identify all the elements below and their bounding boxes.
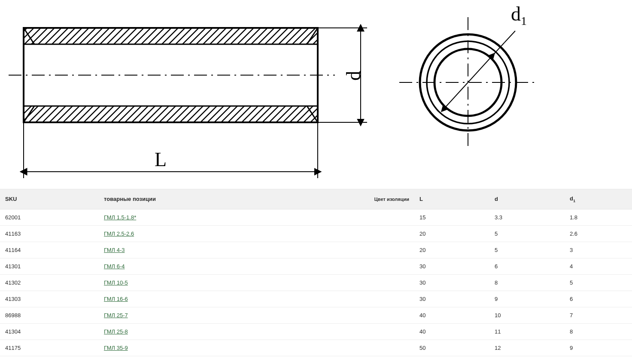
table-row: 41175ГМЛ 35-950129 — [0, 340, 632, 356]
cell-name: ГМЛ 16-6 — [99, 291, 414, 307]
dimension-label-L: L — [155, 148, 167, 171]
product-link[interactable]: ГМЛ 6-4 — [104, 263, 125, 270]
cell-d1: 5 — [565, 274, 632, 291]
cell-d1: 2.6 — [565, 225, 632, 242]
cell-L: 50 — [414, 340, 489, 356]
table-row: 41304ГМЛ 25-840118 — [0, 323, 632, 340]
product-link[interactable]: ГМЛ 25-7 — [104, 312, 128, 318]
cell-d1: 3 — [565, 242, 632, 258]
cell-d: 5 — [489, 242, 565, 258]
cell-name: ГМЛ 25-8 — [99, 323, 414, 340]
cell-name: ГМЛ 1.5-1.8* — [99, 209, 414, 225]
cell-d1: 1.8 — [565, 209, 632, 225]
table-row: 41303ГМЛ 16-63096 — [0, 291, 632, 307]
table-row: 62001ГМЛ 1.5-1.8*153.31.8 — [0, 209, 632, 225]
svg-rect-1 — [24, 28, 318, 44]
cell-name: ГМЛ 35-9 — [99, 340, 414, 356]
cell-sku: 41164 — [0, 242, 99, 258]
cell-name: ГМЛ 2.5-2.6 — [99, 225, 414, 242]
diagram-svg — [0, 0, 632, 189]
product-link[interactable]: ГМЛ 35-9 — [104, 345, 128, 351]
cell-d1: 7 — [565, 307, 632, 323]
cell-d: 6 — [489, 258, 565, 274]
cell-sku: 86988 — [0, 307, 99, 323]
table-row: 41164ГМЛ 4-32053 — [0, 242, 632, 258]
product-link[interactable]: ГМЛ 1.5-1.8* — [104, 214, 136, 221]
cell-name: ГМЛ 4-3 — [99, 242, 414, 258]
cell-L: 20 — [414, 225, 489, 242]
product-link[interactable]: ГМЛ 16-6 — [104, 296, 128, 302]
table-row: 41163ГМЛ 2.5-2.62052.6 — [0, 225, 632, 242]
svg-line-21 — [504, 31, 515, 42]
cross-section — [399, 17, 537, 148]
cell-sku: 62001 — [0, 209, 99, 225]
product-link[interactable]: ГМЛ 4-3 — [104, 247, 125, 253]
cell-d: 8 — [489, 274, 565, 291]
cell-sku: 41302 — [0, 274, 99, 291]
cell-d: 3.3 — [489, 209, 565, 225]
dimension-label-d1: d1 — [511, 3, 527, 28]
table-body: 62001ГМЛ 1.5-1.8*153.31.841163ГМЛ 2.5-2.… — [0, 209, 632, 356]
cell-L: 15 — [414, 209, 489, 225]
cell-sku: 41304 — [0, 323, 99, 340]
product-link[interactable]: ГМЛ 25-8 — [104, 328, 128, 335]
col-header-name-right: Цвет изоляции — [374, 197, 409, 202]
svg-rect-2 — [24, 106, 318, 122]
col-header-name: товарные позиции Цвет изоляции — [99, 189, 414, 209]
cell-sku: 41175 — [0, 340, 99, 356]
cell-L: 40 — [414, 307, 489, 323]
cell-d: 9 — [489, 291, 565, 307]
cell-d1: 8 — [565, 323, 632, 340]
table-row: 86988ГМЛ 25-740107 — [0, 307, 632, 323]
col-header-d: d — [489, 189, 565, 209]
cell-L: 20 — [414, 242, 489, 258]
table-header-row: SKU товарные позиции Цвет изоляции L d d… — [0, 189, 632, 209]
product-link[interactable]: ГМЛ 2.5-2.6 — [104, 231, 134, 237]
cell-d: 5 — [489, 225, 565, 242]
dimension-L — [24, 122, 318, 178]
cell-sku: 41303 — [0, 291, 99, 307]
cell-name: ГМЛ 10-5 — [99, 274, 414, 291]
col-header-name-left: товарные позиции — [104, 196, 156, 202]
cell-name: ГМЛ 25-7 — [99, 307, 414, 323]
spec-table: SKU товарные позиции Цвет изоляции L d d… — [0, 189, 632, 356]
cell-L: 30 — [414, 274, 489, 291]
product-link[interactable]: ГМЛ 10-5 — [104, 279, 128, 286]
longitudinal-section — [9, 28, 335, 122]
cell-L: 40 — [414, 323, 489, 340]
cell-d: 12 — [489, 340, 565, 356]
technical-diagram: L d d1 — [0, 0, 632, 189]
col-header-d1: d1 — [565, 189, 632, 209]
cell-d1: 6 — [565, 291, 632, 307]
col-header-sku: SKU — [0, 189, 99, 209]
cell-name: ГМЛ 6-4 — [99, 258, 414, 274]
cell-d: 11 — [489, 323, 565, 340]
cell-sku: 41163 — [0, 225, 99, 242]
table-row: 41301ГМЛ 6-43064 — [0, 258, 632, 274]
dimension-label-d: d — [342, 71, 365, 81]
col-header-L: L — [414, 189, 489, 209]
cell-L: 30 — [414, 258, 489, 274]
cell-d1: 9 — [565, 340, 632, 356]
cell-d: 10 — [489, 307, 565, 323]
table-row: 41302ГМЛ 10-53085 — [0, 274, 632, 291]
cell-sku: 41301 — [0, 258, 99, 274]
cell-d1: 4 — [565, 258, 632, 274]
cell-L: 30 — [414, 291, 489, 307]
